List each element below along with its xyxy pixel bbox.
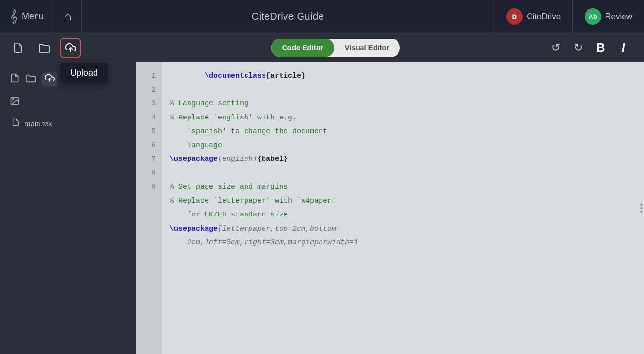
- upload-button[interactable]: [60, 38, 81, 58]
- folder-icon: [25, 73, 36, 85]
- code-editor-tab[interactable]: Code Editor: [271, 39, 334, 57]
- home-icon: ⌂: [64, 9, 72, 24]
- comment-page-size: % Set page size and margins: [170, 183, 288, 191]
- sidebar-image-row: [6, 94, 130, 110]
- home-button[interactable]: ⌂: [54, 0, 82, 33]
- bold-button[interactable]: B: [591, 39, 610, 57]
- page-title: CiteDrive Guide: [82, 11, 494, 22]
- keyword-usepackage-1: \usepackage: [170, 155, 218, 163]
- comment-replace-english: % Replace `english' with e.g. `spanish' …: [170, 114, 327, 150]
- review-logo-icon: Ab: [585, 8, 601, 25]
- topbar: 𝄞 Menu ⌂ CiteDrive Guide ᴅ CiteDrive Ab …: [0, 0, 644, 33]
- line-num-8: 8: [136, 167, 162, 181]
- code-content[interactable]: \documentclass{article} % Language setti…: [162, 62, 644, 354]
- line-num-9: 9: [136, 180, 162, 195]
- option-english: [english]: [218, 155, 257, 163]
- code-line-9: \usepackage[letterpaper,top=2cm,bottom= …: [170, 222, 636, 250]
- collapse-dot-1: [640, 204, 642, 206]
- upload-button-wrapper: Upload: [60, 38, 81, 58]
- new-file-button[interactable]: [8, 38, 28, 58]
- citedrive-button[interactable]: ᴅ CiteDrive: [494, 0, 572, 33]
- toolbar-format-buttons: ↺ ↻ B I: [535, 39, 644, 57]
- line-num-4: 4: [136, 111, 162, 125]
- review-button[interactable]: Ab Review: [572, 0, 644, 33]
- sidebar: main.tex: [0, 62, 136, 354]
- upload-tooltip: Upload: [60, 63, 108, 83]
- line-num-6: 6: [136, 139, 162, 153]
- code-line-3: % Language setting: [170, 97, 636, 111]
- line-num-2: 2: [136, 83, 162, 98]
- line-num-5: 5: [136, 125, 162, 139]
- file-icon: [12, 118, 19, 129]
- redo-button[interactable]: ↻: [569, 39, 587, 57]
- toolbar: Upload Code Editor Visual Editor ↺ ↻ B I: [0, 33, 644, 62]
- keyword-documentclass: \documentclass: [205, 72, 266, 80]
- svg-point-3: [13, 99, 14, 100]
- main-area: main.tex 1 2 3 4 5 6 7 8 9 \documentclas…: [0, 62, 644, 354]
- file-name: main.tex: [24, 119, 52, 128]
- line-numbers: 1 2 3 4 5 6 7 8 9: [136, 62, 162, 354]
- comment-language-setting: % Language setting: [170, 99, 248, 108]
- undo-button[interactable]: ↺: [547, 39, 565, 57]
- code-line-1: \documentclass{article}: [170, 69, 636, 83]
- document-icon: [10, 73, 19, 86]
- menu-button[interactable]: 𝄞 Menu: [0, 0, 54, 33]
- collapse-dot-3: [640, 211, 642, 213]
- new-folder-button[interactable]: [34, 38, 55, 58]
- code-line-5: \usepackage[english]{babel}: [170, 153, 636, 167]
- code-line-6: [170, 167, 636, 181]
- review-label: Review: [605, 12, 632, 21]
- toolbar-editor-toggle: Code Editor Visual Editor: [136, 39, 535, 57]
- code-line-2: [170, 83, 636, 98]
- comment-replace-letterpaper: % Replace `letterpaper' with `a4paper' f…: [170, 197, 336, 219]
- upload-icon-sidebar: [42, 72, 57, 86]
- citedrive-logo-icon: ᴅ: [506, 8, 523, 25]
- collapse-dot-2: [640, 207, 642, 209]
- collapse-handle[interactable]: [638, 202, 644, 215]
- line-num-1: 1: [136, 69, 162, 83]
- code-line-7: % Set page size and margins: [170, 180, 636, 195]
- code-line-8: % Replace `letterpaper' with `a4paper' f…: [170, 195, 636, 222]
- menu-logo-icon: 𝄞: [10, 9, 17, 24]
- arg-babel: {babel}: [257, 155, 288, 163]
- file-item-main-tex[interactable]: main.tex: [6, 114, 130, 133]
- toolbar-file-icons: Upload: [0, 38, 136, 58]
- editor-toggle-group: Code Editor Visual Editor: [271, 39, 400, 57]
- menu-label: Menu: [22, 11, 44, 21]
- image-icon: [10, 96, 19, 108]
- italic-button[interactable]: I: [614, 39, 632, 57]
- code-editor-area[interactable]: 1 2 3 4 5 6 7 8 9 \documentclass{article…: [136, 62, 644, 354]
- line-num-7: 7: [136, 153, 162, 167]
- arg-article: {article}: [266, 72, 305, 80]
- code-line-4: % Replace `english' with e.g. `spanish' …: [170, 111, 636, 153]
- keyword-usepackage-2: \usepackage: [170, 225, 218, 233]
- line-num-3: 3: [136, 97, 162, 111]
- visual-editor-tab[interactable]: Visual Editor: [334, 39, 400, 57]
- citedrive-label: CiteDrive: [527, 12, 561, 21]
